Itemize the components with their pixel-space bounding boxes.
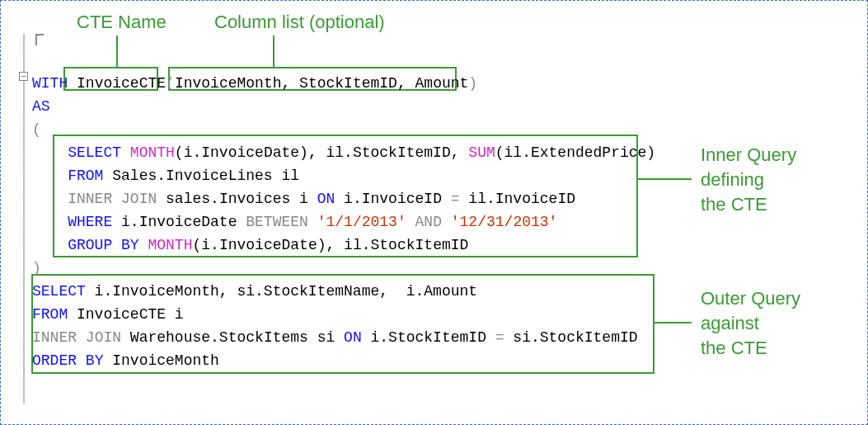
kw-with: WITH [32, 75, 68, 92]
kw-between: BETWEEN [246, 214, 308, 230]
txt-ol3a: Warehouse.StockItems si [121, 329, 344, 346]
kw-and: AND [415, 214, 442, 230]
txt-il3c: il.InvoiceID [460, 191, 575, 207]
kw-where: WHERE [68, 214, 112, 230]
sql-code: WITH InvoiceCTE(InvoiceMonth, StockItemI… [32, 72, 867, 372]
kw-as: AS [32, 98, 50, 115]
paren-close: ) [468, 75, 477, 92]
kw-select-inner: SELECT [68, 144, 121, 161]
kw-on: ON [317, 191, 335, 207]
column-list: InvoiceMonth, StockItemID, Amount [175, 75, 468, 92]
paren-open: ( [166, 75, 175, 92]
leader-column-list [273, 35, 274, 67]
kw-inner2: INNER [32, 329, 77, 346]
txt-ol3b: i.StockItemID [362, 329, 495, 346]
paren-close-body: ) [32, 260, 41, 276]
fn-sum: SUM [468, 144, 495, 161]
txt-ol3c: si.StockItemID [504, 329, 638, 346]
kw-from-outer: FROM [32, 306, 68, 323]
txt-il3a: sales.Invoices i [157, 191, 317, 207]
fn-month: MONTH [130, 144, 175, 161]
txt-il5: (i.InvoiceDate), il.StockItemID [192, 237, 468, 253]
label-column-list: Column list (optional) [214, 11, 385, 34]
str-d2: '12/31/2013' [451, 214, 558, 230]
kw-by2: BY [86, 352, 104, 369]
txt-il1b: (il.ExtendedPrice) [495, 144, 655, 161]
txt-ol2: InvoiceCTE i [68, 306, 183, 323]
kw-order: ORDER [32, 352, 77, 369]
txt-il4a: i.InvoiceDate [112, 214, 246, 230]
editor-gutter [23, 34, 25, 404]
kw-join: JOIN [121, 191, 157, 207]
txt-ol4: InvoiceMonth [103, 352, 218, 369]
txt-il3b: i.InvoiceID [335, 191, 450, 207]
kw-inner: INNER [68, 191, 112, 207]
kw-from-inner: FROM [68, 168, 103, 184]
kw-group: GROUP [68, 237, 112, 253]
str-d1: '1/1/2013' [317, 214, 406, 230]
editor-bracket-icon [35, 34, 44, 45]
collapse-toggle-icon [19, 72, 28, 81]
paren-open-body: ( [32, 121, 41, 138]
txt-il2: Sales.InvoiceLines il [103, 168, 299, 184]
diagram-frame: CTE Name Column list (optional) Inner Qu… [0, 0, 868, 425]
label-cte-name: CTE Name [77, 11, 167, 34]
txt-il1: (i.InvoiceDate), il.StockItemID, [175, 144, 468, 161]
kw-join2: JOIN [86, 329, 121, 346]
fn-month2: MONTH [148, 237, 192, 253]
op-eq1: = [451, 191, 460, 207]
kw-by1: BY [121, 237, 139, 253]
sp1 [308, 214, 317, 230]
ident-cte: InvoiceCTE [77, 75, 166, 92]
kw-on2: ON [344, 329, 362, 346]
leader-cte-name [116, 35, 118, 67]
kw-select-outer: SELECT [32, 283, 86, 300]
txt-ol1: i.InvoiceMonth, si.StockItemName, i.Amou… [86, 283, 477, 300]
op-eq2: = [495, 329, 504, 346]
